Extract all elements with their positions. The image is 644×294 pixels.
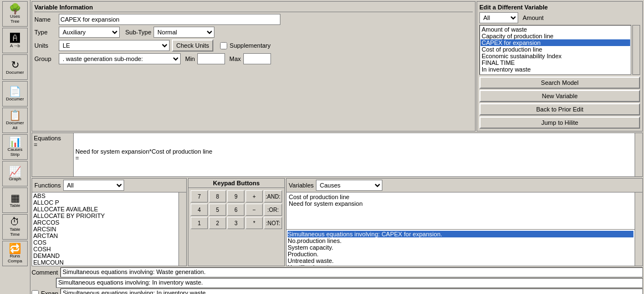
message-item[interactable]: No.production lines. bbox=[288, 237, 633, 244]
comment-row-3: Expan Simultaneous equations involving: … bbox=[32, 288, 643, 294]
message-item[interactable]: Production. bbox=[288, 251, 633, 257]
list-item[interactable]: Cost of production line bbox=[481, 46, 630, 53]
variable-item[interactable]: Cost of production line bbox=[288, 194, 633, 200]
causes-strip-icon: 📊 bbox=[9, 137, 21, 147]
equations-label: Equations = bbox=[32, 133, 74, 176]
functions-panel: Functions All ABS ALLOC P ALLOCATE AVAIL… bbox=[32, 178, 187, 266]
function-item[interactable]: ALLOCATE AVAILABLE bbox=[32, 206, 178, 212]
edit-filter-select[interactable]: All bbox=[479, 12, 518, 23]
comment-row-2: Simultaneous equations involving: In inv… bbox=[32, 278, 643, 288]
sidebar-item-causes-strip[interactable]: 📊 Causes Strip bbox=[2, 134, 28, 160]
equations-area: Equations = Need for system expansion*Co… bbox=[32, 133, 643, 177]
sidebar-item-document-all[interactable]: 📋 Documer All bbox=[2, 108, 28, 133]
equations-text[interactable]: Need for system expansion*Cost of produc… bbox=[74, 133, 635, 176]
units-select[interactable]: LE bbox=[59, 40, 170, 51]
sidebar-item-ab[interactable]: 🅰 A→b bbox=[2, 28, 28, 53]
keypad-or[interactable]: :OR: bbox=[264, 204, 282, 216]
keypad-multiply[interactable]: * bbox=[246, 217, 263, 229]
function-item[interactable]: ARCSIN bbox=[32, 226, 178, 232]
variable-item[interactable]: Need for system expansion bbox=[288, 200, 633, 207]
group-select[interactable]: . waste generation sub-mode: bbox=[59, 53, 181, 64]
sidebar-item-table-time[interactable]: ⏱ Table Time bbox=[2, 214, 28, 240]
function-item[interactable]: COSH bbox=[32, 246, 178, 252]
function-item[interactable]: ALLOC P bbox=[32, 199, 178, 206]
keypad-1[interactable]: 1 bbox=[191, 217, 208, 229]
message-item[interactable]: Unutilized waste. bbox=[288, 264, 633, 266]
back-prior-edit-button[interactable]: Back to Prior Edit bbox=[479, 103, 640, 115]
function-item[interactable]: ELMCOUN bbox=[32, 259, 178, 266]
type-row: Type Auxiliary Sub-Type Normal bbox=[34, 27, 473, 38]
function-item[interactable]: ARCTAN bbox=[32, 232, 178, 239]
keypad-7[interactable]: 7 bbox=[191, 190, 208, 202]
keypad-not[interactable]: :NOT: bbox=[264, 217, 282, 229]
sidebar-item-uses-tree-label: Uses Tree bbox=[10, 14, 20, 24]
type-select[interactable]: Auxiliary bbox=[59, 27, 120, 38]
expand-checkbox[interactable] bbox=[32, 290, 39, 295]
functions-header: Functions All bbox=[32, 179, 186, 192]
amount-label: Amount bbox=[523, 14, 544, 21]
bottom-area: Functions All ABS ALLOC P ALLOCATE AVAIL… bbox=[32, 178, 643, 266]
sidebar-item-causes-strip-label: Causes Strip bbox=[7, 147, 22, 157]
search-model-button[interactable]: Search Model bbox=[479, 77, 640, 89]
keypad-3[interactable]: 3 bbox=[227, 217, 244, 229]
function-item[interactable]: COS bbox=[32, 239, 178, 246]
sidebar-item-table[interactable]: ▦ Table bbox=[2, 187, 28, 213]
messages-list[interactable]: Simultaneous equations involving: CAPEX … bbox=[287, 230, 635, 266]
list-item[interactable]: Amount of waste bbox=[481, 26, 630, 33]
list-item[interactable]: Economic sustainability Index bbox=[481, 53, 630, 59]
list-item[interactable]: FINAL TIME bbox=[481, 59, 630, 66]
sidebar-item-loops[interactable]: ↻ Documer bbox=[2, 54, 28, 80]
variables-list[interactable]: Cost of production line Need for system … bbox=[287, 192, 635, 230]
keypad-plus[interactable]: + bbox=[246, 190, 263, 202]
functions-scrollbar[interactable] bbox=[178, 192, 186, 266]
name-label: Name bbox=[34, 16, 57, 23]
keypad-and[interactable]: :AND: bbox=[264, 190, 282, 202]
messages-scrollbar[interactable] bbox=[635, 192, 642, 266]
jump-to-hilite-button[interactable]: Jump to Hilite bbox=[479, 116, 640, 129]
supplementary-checkbox[interactable] bbox=[220, 42, 227, 49]
edit-variables-list[interactable]: Amount of waste Capacity of production l… bbox=[479, 25, 631, 75]
comment-row-1: Comment Simultaneous equations involving… bbox=[32, 267, 643, 277]
min-input[interactable] bbox=[197, 53, 225, 64]
variables-filter[interactable]: Causes bbox=[316, 180, 382, 191]
name-row: Name bbox=[34, 14, 473, 25]
list-item[interactable]: In inventory waste bbox=[481, 66, 630, 73]
keypad-4[interactable]: 4 bbox=[191, 204, 208, 216]
sidebar-item-uses-tree[interactable]: 🌳 Uses Tree bbox=[2, 1, 28, 27]
keypad-9[interactable]: 9 bbox=[227, 190, 244, 202]
list-scrollbar[interactable] bbox=[632, 25, 640, 75]
message-item[interactable]: Simultaneous equations involving: CAPEX … bbox=[288, 231, 633, 237]
check-units-button[interactable]: Check Units bbox=[172, 39, 213, 52]
variables-header: Variables Causes bbox=[287, 179, 642, 192]
max-input[interactable] bbox=[243, 53, 271, 64]
keypad-minus[interactable]: − bbox=[246, 204, 263, 216]
sidebar-item-loops-label: Documer bbox=[6, 70, 24, 75]
name-input[interactable] bbox=[59, 14, 280, 25]
function-item[interactable]: DEMAND bbox=[32, 252, 178, 259]
min-label: Min bbox=[185, 55, 195, 62]
subtype-select[interactable]: Normal bbox=[154, 27, 214, 38]
list-item[interactable]: Capacity of production line bbox=[481, 33, 630, 39]
new-variable-button[interactable]: New Variable bbox=[479, 90, 640, 102]
sidebar-item-runs[interactable]: 🔁 Runs Compa bbox=[2, 241, 28, 266]
message-item[interactable]: Untreated waste. bbox=[288, 257, 633, 264]
keypad-6[interactable]: 6 bbox=[227, 204, 244, 216]
equations-scrollbar[interactable] bbox=[635, 133, 642, 176]
functions-filter[interactable]: All bbox=[63, 180, 124, 191]
edit-panel: Edit a Different Variable All Amount Amo… bbox=[477, 1, 643, 131]
var-info-title: Variable Information bbox=[34, 4, 473, 12]
sidebar-item-graph[interactable]: 📈 Graph bbox=[2, 161, 28, 186]
list-item[interactable]: CAPEX for expansion bbox=[481, 39, 630, 46]
sidebar-item-document[interactable]: 📄 Documer bbox=[2, 81, 28, 107]
function-item[interactable]: ARCCOS bbox=[32, 219, 178, 226]
function-item[interactable]: ABS bbox=[32, 192, 178, 199]
comment-text-3: Simultaneous equations involving: In inv… bbox=[60, 288, 643, 294]
message-item[interactable]: System capacity. bbox=[288, 244, 633, 251]
runs-icon: 🔁 bbox=[9, 244, 21, 254]
functions-list[interactable]: ABS ALLOC P ALLOCATE AVAILABLE ALLOCATE … bbox=[32, 192, 178, 266]
keypad-8[interactable]: 8 bbox=[209, 190, 226, 202]
keypad-5[interactable]: 5 bbox=[209, 204, 226, 216]
function-item[interactable]: ALLOCATE BY PRIORITY bbox=[32, 212, 178, 219]
sidebar-item-table-time-label: Table Time bbox=[9, 227, 20, 237]
keypad-2[interactable]: 2 bbox=[209, 217, 226, 229]
